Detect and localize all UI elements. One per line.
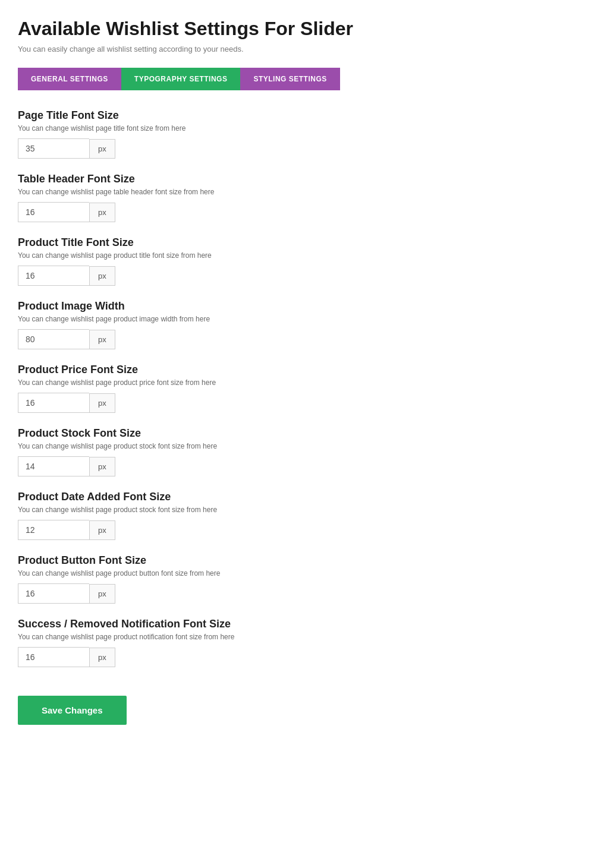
setting-desc-product-date-added-font-size: You can change wishlist page product sto…: [18, 506, 592, 514]
setting-title-page-title-font-size: Page Title Font Size: [18, 109, 592, 122]
input-table-header-font-size[interactable]: [18, 202, 89, 222]
setting-desc-product-price-font-size: You can change wishlist page product pri…: [18, 378, 592, 387]
setting-section-product-price-font-size: Product Price Font Size You can change w…: [18, 364, 592, 413]
input-row-table-header-font-size: px: [18, 202, 592, 222]
input-row-product-stock-font-size: px: [18, 456, 592, 476]
setting-section-notification-font-size: Success / Removed Notification Font Size…: [18, 618, 592, 667]
unit-label-notification-font-size: px: [89, 648, 115, 667]
setting-title-notification-font-size: Success / Removed Notification Font Size: [18, 618, 592, 630]
setting-desc-product-stock-font-size: You can change wishlist page product sto…: [18, 442, 592, 450]
setting-section-table-header-font-size: Table Header Font Size You can change wi…: [18, 173, 592, 222]
unit-label-product-price-font-size: px: [89, 393, 115, 413]
setting-title-product-stock-font-size: Product Stock Font Size: [18, 427, 592, 440]
setting-section-product-date-added-font-size: Product Date Added Font Size You can cha…: [18, 491, 592, 540]
tab-styling[interactable]: STYLING SETTINGS: [240, 68, 339, 90]
unit-label-product-stock-font-size: px: [89, 457, 115, 476]
unit-label-product-date-added-font-size: px: [89, 520, 115, 540]
unit-label-product-button-font-size: px: [89, 584, 115, 604]
page-subtitle: You can easily change all wishlist setti…: [18, 45, 592, 53]
setting-title-product-title-font-size: Product Title Font Size: [18, 236, 592, 249]
input-row-page-title-font-size: px: [18, 138, 592, 159]
setting-desc-product-title-font-size: You can change wishlist page product tit…: [18, 251, 592, 260]
setting-title-table-header-font-size: Table Header Font Size: [18, 173, 592, 185]
setting-title-product-date-added-font-size: Product Date Added Font Size: [18, 491, 592, 503]
input-row-product-image-width: px: [18, 329, 592, 349]
setting-desc-notification-font-size: You can change wishlist page product not…: [18, 633, 592, 641]
unit-label-page-title-font-size: px: [89, 139, 115, 159]
input-row-product-title-font-size: px: [18, 266, 592, 286]
unit-label-product-image-width: px: [89, 330, 115, 349]
setting-desc-table-header-font-size: You can change wishlist page table heade…: [18, 188, 592, 196]
input-page-title-font-size[interactable]: [18, 138, 89, 159]
setting-title-product-price-font-size: Product Price Font Size: [18, 364, 592, 376]
input-product-stock-font-size[interactable]: [18, 456, 89, 476]
setting-section-product-button-font-size: Product Button Font Size You can change …: [18, 554, 592, 604]
settings-container: Page Title Font Size You can change wish…: [18, 109, 592, 667]
setting-title-product-button-font-size: Product Button Font Size: [18, 554, 592, 567]
input-row-product-button-font-size: px: [18, 583, 592, 604]
input-product-button-font-size[interactable]: [18, 583, 89, 604]
setting-section-product-stock-font-size: Product Stock Font Size You can change w…: [18, 427, 592, 476]
unit-label-table-header-font-size: px: [89, 203, 115, 222]
input-row-notification-font-size: px: [18, 647, 592, 667]
setting-desc-page-title-font-size: You can change wishlist page title font …: [18, 124, 592, 132]
setting-title-product-image-width: Product Image Width: [18, 300, 592, 313]
input-notification-font-size[interactable]: [18, 647, 89, 667]
tab-general[interactable]: GENERAL SETTINGS: [18, 68, 121, 90]
setting-desc-product-button-font-size: You can change wishlist page product but…: [18, 569, 592, 577]
page-title: Available Wishlist Settings For Slider: [18, 18, 592, 40]
setting-section-product-title-font-size: Product Title Font Size You can change w…: [18, 236, 592, 286]
input-product-date-added-font-size[interactable]: [18, 520, 89, 540]
input-product-title-font-size[interactable]: [18, 266, 89, 286]
tabs-container: GENERAL SETTINGS TYPOGRAPHY SETTINGS STY…: [18, 68, 592, 90]
input-row-product-price-font-size: px: [18, 393, 592, 413]
tab-typography[interactable]: TYPOGRAPHY SETTINGS: [121, 68, 241, 90]
input-row-product-date-added-font-size: px: [18, 520, 592, 540]
setting-section-page-title-font-size: Page Title Font Size You can change wish…: [18, 109, 592, 159]
input-product-price-font-size[interactable]: [18, 393, 89, 413]
setting-section-product-image-width: Product Image Width You can change wishl…: [18, 300, 592, 349]
setting-desc-product-image-width: You can change wishlist page product ima…: [18, 315, 592, 323]
input-product-image-width[interactable]: [18, 329, 89, 349]
unit-label-product-title-font-size: px: [89, 266, 115, 286]
save-button[interactable]: Save Changes: [18, 696, 127, 725]
